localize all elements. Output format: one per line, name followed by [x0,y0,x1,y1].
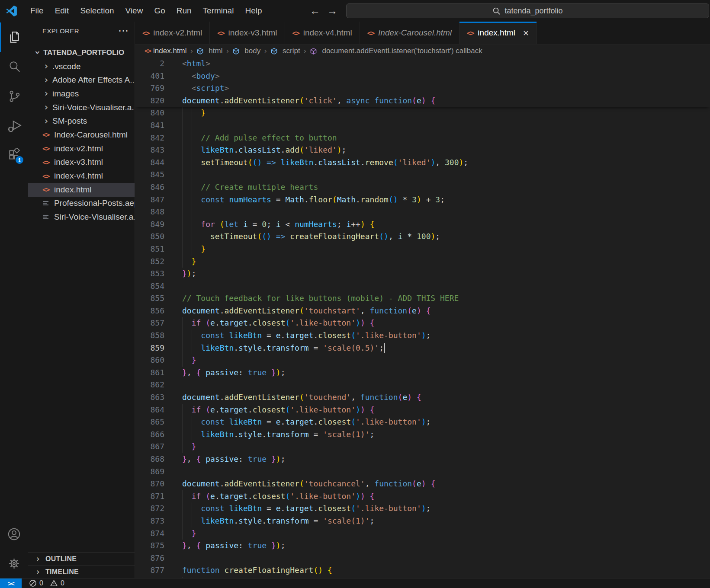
breadcrumb-item[interactable]: html [196,47,222,55]
code-text: const numHearts = Math.floor(Math.random… [182,195,445,204]
breadcrumb-item[interactable]: <>index.html [145,47,187,55]
close-icon[interactable]: ✕ [523,29,529,38]
code-line[interactable]: 769 <script> [135,82,710,95]
menu-file[interactable]: File [25,6,49,16]
code-line[interactable]: 867 } [135,441,710,453]
extensions-activity-button[interactable]: 1 [0,140,28,169]
code-line[interactable]: 401 <body> [135,70,710,83]
code-text: document.addEventListener('click', async… [182,96,435,105]
code-editor[interactable]: 2<html>401 <body>769 <script>820document… [135,58,710,578]
code-line[interactable]: 871 if (e.target.closest('.like-button')… [135,490,710,503]
section-timeline[interactable]: ›TIMELINE [28,565,135,578]
code-line[interactable]: 870document.addEventListener('touchcance… [135,478,710,490]
menu-edit[interactable]: Edit [49,6,75,16]
menu-run[interactable]: Run [171,6,197,16]
code-line[interactable]: 869 [135,466,710,478]
tab-index-v3.html[interactable]: <>index-v3.html [210,22,285,44]
code-line[interactable]: 866 likeBtn.style.transform = 'scale(1)'… [135,428,710,441]
code-line[interactable]: 853}); [135,268,710,280]
tab-index-v2.html[interactable]: <>index-v2.html [135,22,210,44]
code-line[interactable]: 876 [135,552,710,565]
code-line[interactable]: 2<html> [135,58,710,70]
code-text: const likeBtn = e.target.closest('.like-… [182,417,430,426]
code-line[interactable]: 877function createFloatingHeart() { [135,564,710,577]
code-text: const likeBtn = e.target.closest('.like-… [182,331,430,340]
code-line[interactable]: 874 } [135,527,710,540]
run-debug-activity-button[interactable] [0,111,28,140]
sidebar-item-index-v2-html[interactable]: <>index-v2.html [28,142,135,156]
sidebar-item-adobe-after-effects-a-[interactable]: ›Adobe After Effects A... [28,73,135,87]
breadcrumb-item[interactable]: script [270,47,300,55]
search-activity-button[interactable] [0,52,28,81]
command-center-search[interactable]: tatenda_portfolio [346,3,709,18]
code-line[interactable]: 820document.addEventListener('click', as… [135,95,710,107]
code-line[interactable]: 859 likeBtn.style.transform = 'scale(0.5… [135,342,710,355]
remote-indicator[interactable]: >< [0,578,22,588]
forward-arrow-icon[interactable]: → [327,5,337,17]
code-line[interactable]: 845 [135,169,710,181]
sidebar-item-index-html[interactable]: <>index.html [28,183,135,197]
indent-guide [192,144,192,157]
code-line[interactable]: 865 const likeBtn = e.target.closest('.l… [135,416,710,428]
sidebar-item--vscode[interactable]: ›.vscode [28,60,135,74]
code-line[interactable]: 860 } [135,354,710,367]
search-icon [492,7,501,15]
html-file-icon: <> [292,29,299,37]
more-actions-icon[interactable]: ⋯ [118,29,129,33]
code-line[interactable]: 852 } [135,256,710,268]
section-outline[interactable]: ›OUTLINE [28,552,135,565]
menu-view[interactable]: View [120,6,149,16]
code-line[interactable]: 840 } [135,107,710,119]
code-line[interactable]: 857 if (e.target.closest('.like-button')… [135,317,710,329]
code-line[interactable]: 851 } [135,243,710,256]
code-line[interactable]: 848 [135,206,710,218]
sidebar-item-images[interactable]: ›images [28,87,135,101]
menu-terminal[interactable]: Terminal [197,6,240,16]
menu-selection[interactable]: Selection [74,6,119,16]
sidebar-item-siri-voice-visualiser-a-[interactable]: Siri-Voice-Visualiser.a... [28,210,135,224]
code-line[interactable]: 861}, { passive: true }); [135,367,710,379]
sidebar-item-professional-posts-aep[interactable]: Professional-Posts.aep [28,197,135,211]
account-button[interactable] [0,519,28,549]
code-line[interactable]: 868}, { passive: true }); [135,453,710,466]
sidebar-item-index-carousel-html[interactable]: <>Index-Carousel.html [28,128,135,142]
code-line[interactable]: 864 if (e.target.closest('.like-button')… [135,404,710,416]
code-line[interactable]: 850 setTimeout(() => createFloatingHeart… [135,230,710,243]
explorer-activity-button[interactable] [0,22,28,52]
sidebar-item-siri-voice-visualiser-a-[interactable]: ›Siri-Voice-Visualiser.a... [28,101,135,115]
code-line[interactable]: 862 [135,379,710,391]
menu-go[interactable]: Go [148,6,170,16]
search-icon [7,60,21,74]
code-line[interactable]: 863document.addEventListener('touchend',… [135,391,710,404]
code-line[interactable]: 858 const likeBtn = e.target.closest('.l… [135,329,710,342]
tab-Index-Carousel.html[interactable]: <>Index-Carousel.html [360,22,459,44]
code-line[interactable]: 849 for (let i = 0; i < numHearts; i++) … [135,218,710,231]
code-line[interactable]: 872 const likeBtn = e.target.closest('.l… [135,502,710,515]
breadcrumb-item[interactable]: body [232,47,260,55]
back-arrow-icon[interactable]: ← [310,5,320,17]
sidebar-item-index-v3-html[interactable]: <>index-v3.html [28,156,135,169]
code-line[interactable]: 847 const numHearts = Math.floor(Math.ra… [135,194,710,206]
sidebar-item-index-v4-html[interactable]: <>index-v4.html [28,169,135,183]
sidebar-item-sm-posts[interactable]: ›SM-posts [28,114,135,128]
code-line[interactable]: 844 setTimeout(() => likeBtn.classList.r… [135,157,710,169]
code-line[interactable]: 843 likeBtn.classList.add('liked'); [135,144,710,157]
breadcrumb-item[interactable]: document.addEventListener('touchstart') … [310,47,482,55]
code-line[interactable]: 842 // Add pulse effect to button [135,132,710,144]
code-line[interactable]: 846 // Create multiple hearts [135,181,710,194]
code-line[interactable]: 873 likeBtn.style.transform = 'scale(1)'… [135,515,710,527]
code-line[interactable]: 855// Touch feedback for like buttons (m… [135,292,710,305]
code-line[interactable]: 841 [135,119,710,132]
code-line[interactable]: 856document.addEventListener('touchstart… [135,305,710,317]
tab-index-v4.html[interactable]: <>index-v4.html [285,22,360,44]
source-control-activity-button[interactable] [0,81,28,111]
problems-status[interactable]: 0 0 [29,579,68,587]
code-text: // Touch feedback for like buttons (mobi… [182,294,459,303]
tab-index.html[interactable]: <>index.html✕ [459,22,537,44]
code-line[interactable]: 854 [135,280,710,293]
settings-button[interactable] [0,549,28,578]
menu-help[interactable]: Help [239,6,267,16]
code-line[interactable]: 875}, { passive: true }); [135,540,710,552]
sidebar-item-tatenda-portfolio[interactable]: ›TATENDA_PORTFOLIO [28,46,135,60]
code-line[interactable]: 878 const heart = document.createElement… [135,577,710,578]
